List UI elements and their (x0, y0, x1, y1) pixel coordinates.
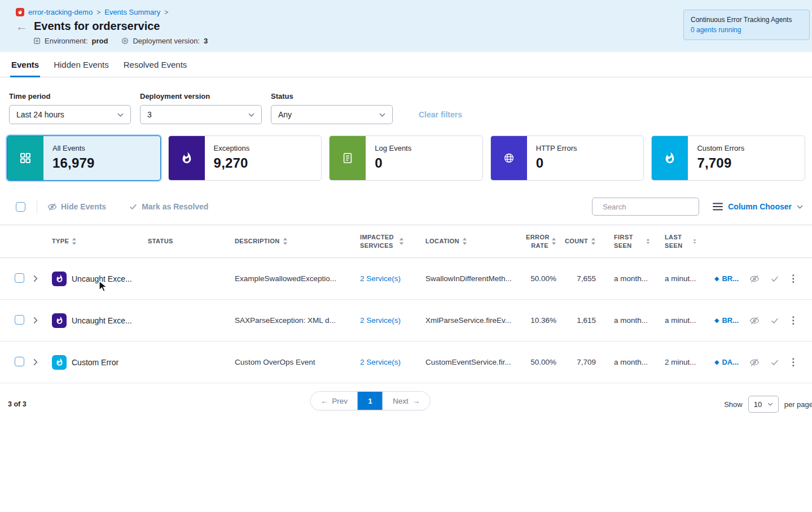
deployment-version-value: 3 (204, 37, 208, 45)
impacted-services-link[interactable]: 2 Service(s) (360, 274, 401, 283)
row-menu-button[interactable]: ⋮ (787, 356, 804, 368)
sort-icon[interactable] (283, 238, 288, 245)
column-header-status: STATUS (143, 237, 232, 245)
row-menu-button[interactable]: ⋮ (787, 314, 804, 326)
card-http-errors[interactable]: HTTP Errors 0 (490, 135, 644, 181)
description-cell: Custom OverOps Event (232, 358, 358, 366)
diamond-icon: ◆ (714, 275, 719, 282)
prev-page-button[interactable]: ← Prev (311, 392, 358, 410)
events-table: TYPE STATUS DESCRIPTION IMPACTED SERVICE… (0, 225, 812, 383)
clear-filters-button[interactable]: Clear filters (419, 110, 462, 119)
agents-status-box: Continuous Error Tracking Agents 0 agent… (683, 10, 810, 40)
table-row[interactable]: Custom Error Custom OverOps Event 2 Serv… (0, 342, 812, 383)
table-row[interactable]: Uncaught Exce... ExampleSwallowedExcepti… (0, 258, 812, 300)
expand-row-button[interactable] (29, 317, 46, 324)
sort-icon[interactable] (551, 238, 556, 245)
resolve-event-button[interactable] (767, 274, 787, 283)
service-environment-link[interactable]: BR... (722, 316, 739, 325)
count-cell: 1,615 (563, 316, 603, 325)
resolve-event-button[interactable] (767, 358, 787, 367)
card-value: 7,709 (697, 155, 744, 171)
breadcrumb-link-events-summary[interactable]: Events Summary (104, 8, 160, 16)
error-rate-cell: 50.00% (520, 274, 563, 283)
column-header-error-rate[interactable]: ERROR RATE (520, 233, 563, 250)
status-filter-label: Status (271, 92, 393, 100)
table-toolbar: Hide Events Mark as Resolved Column Choo… (0, 181, 812, 224)
card-all-events[interactable]: All Events 16,979 (7, 135, 161, 181)
sort-icon[interactable] (591, 238, 596, 245)
table-body: Uncaught Exce... ExampleSwallowedExcepti… (0, 258, 812, 383)
resolve-event-button[interactable] (767, 316, 787, 325)
column-chooser-button[interactable]: Column Chooser (713, 202, 803, 211)
location-cell: CustomEventService.fir... (424, 358, 520, 366)
service-environment-link[interactable]: BR... (722, 274, 739, 283)
deployment-version-filter: Deployment version 3 (140, 92, 262, 124)
event-type-flame-icon (52, 272, 67, 286)
hamburger-icon (713, 203, 723, 211)
page-number-button[interactable]: 1 (358, 392, 383, 410)
card-label: Exceptions (214, 144, 250, 152)
first-seen-cell: a month... (603, 274, 653, 283)
select-all-checkbox[interactable] (16, 202, 25, 212)
sort-icon[interactable] (462, 238, 467, 245)
time-period-select[interactable]: Last 24 hours (9, 105, 131, 124)
page-size-select[interactable]: 10 (748, 396, 779, 413)
per-page-label: per page (784, 400, 812, 409)
impacted-services-link[interactable]: 2 Service(s) (360, 358, 401, 366)
column-header-location[interactable]: LOCATION (424, 237, 520, 245)
search-input[interactable] (603, 203, 702, 211)
table-row[interactable]: Uncaught Exce... SAXParseException: XML … (0, 300, 812, 342)
hide-event-button[interactable] (746, 316, 767, 326)
card-log-events[interactable]: Log Events 0 (329, 135, 483, 181)
deployment-version-filter-value: 3 (147, 110, 152, 119)
error-rate-cell: 10.36% (520, 316, 563, 325)
tab-events[interactable]: Events (10, 52, 40, 77)
mark-resolved-label: Mark as Resolved (142, 202, 208, 211)
check-icon (129, 202, 138, 211)
column-header-impacted-services[interactable]: IMPACTED SERVICES (358, 233, 424, 250)
service-environment-link[interactable]: DA... (722, 358, 739, 366)
card-value: 9,270 (214, 155, 250, 171)
row-checkbox[interactable] (15, 273, 24, 283)
pagination: ← Prev 1 Next → (310, 391, 431, 410)
impacted-services-link[interactable]: 2 Service(s) (360, 316, 401, 325)
deployment-version-label: Deployment version: (133, 37, 200, 45)
status-select[interactable]: Any (271, 105, 393, 124)
sort-icon[interactable] (72, 238, 77, 245)
expand-row-button[interactable] (29, 358, 46, 366)
column-header-type[interactable]: TYPE (46, 237, 143, 245)
row-checkbox[interactable] (15, 315, 24, 325)
mark-resolved-button[interactable]: Mark as Resolved (129, 202, 208, 211)
last-seen-cell: 2 minut... (653, 358, 700, 366)
deployment-version-select[interactable]: 3 (140, 105, 262, 124)
sort-icon[interactable] (693, 238, 696, 245)
event-type-label: Uncaught Exce... (72, 316, 132, 325)
agents-running-link[interactable]: 0 agents running (691, 25, 741, 34)
sort-icon[interactable] (399, 238, 404, 245)
tab-resolved-events[interactable]: Resolved Events (122, 52, 188, 77)
description-cell: SAXParseException: XML d... (232, 316, 358, 325)
count-cell: 7,709 (563, 358, 603, 366)
tab-hidden-events[interactable]: Hidden Events (52, 52, 110, 77)
column-header-last-seen[interactable]: LAST SEEN (653, 233, 700, 250)
next-page-button[interactable]: Next → (383, 392, 429, 410)
breadcrumb-link-project[interactable]: error-tracking-demo (28, 8, 93, 16)
column-header-description[interactable]: DESCRIPTION (232, 237, 358, 245)
back-button[interactable]: ← (16, 21, 28, 32)
last-seen-cell: a minut... (653, 274, 700, 283)
column-header-count[interactable]: COUNT (563, 237, 603, 245)
grid-icon (7, 136, 43, 180)
card-exceptions[interactable]: Exceptions 9,270 (168, 135, 322, 181)
hide-event-button[interactable] (746, 357, 767, 367)
environment-value: prod (92, 37, 108, 45)
card-custom-errors[interactable]: Custom Errors 7,709 (651, 135, 805, 181)
row-menu-button[interactable]: ⋮ (787, 273, 804, 285)
arrow-right-icon: → (412, 397, 420, 405)
sort-icon[interactable] (646, 238, 650, 245)
expand-row-button[interactable] (29, 275, 46, 282)
row-checkbox[interactable] (15, 357, 24, 366)
column-header-first-seen[interactable]: FIRST SEEN (603, 233, 653, 250)
hide-event-button[interactable] (746, 274, 767, 284)
hide-events-button[interactable]: Hide Events (47, 202, 106, 212)
location-cell: SwallowInDifferentMeth... (424, 274, 520, 283)
